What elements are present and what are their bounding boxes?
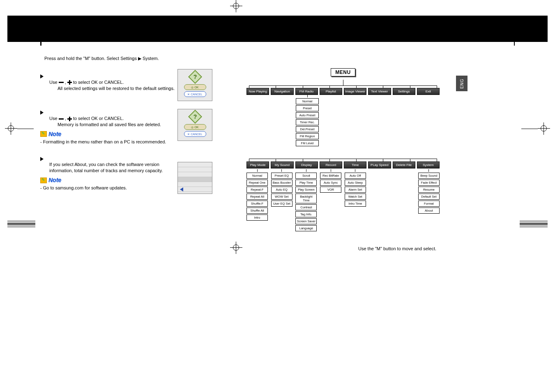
plus-icon bbox=[67, 117, 72, 121]
settings-item: Resume bbox=[418, 187, 440, 193]
settings-item: Shuffle-F bbox=[246, 201, 268, 207]
settings-item: About bbox=[418, 208, 440, 214]
question-icon: ? bbox=[188, 110, 202, 124]
settings-tab: Play Mode bbox=[246, 161, 269, 168]
settings-item: Language bbox=[295, 225, 317, 231]
settings-item: Repeat All bbox=[246, 194, 268, 200]
settings-item: VOR bbox=[320, 187, 341, 193]
minus-icon bbox=[59, 82, 64, 83]
settings-item: Repeat One bbox=[246, 180, 268, 186]
settings-column: Beep SoundFade EffectResumeDefault SetFo… bbox=[418, 169, 440, 231]
settings-column: Auto OffAuto SleepAlarm SetWatch SetIntr… bbox=[345, 169, 366, 231]
fm-item: Normal bbox=[296, 98, 319, 104]
settings-item: Auto Off bbox=[345, 173, 366, 179]
minus-icon bbox=[59, 118, 64, 120]
menu-tab: Navigation bbox=[271, 88, 293, 95]
settings-tab: Delete File bbox=[393, 161, 415, 168]
page-line-left bbox=[7, 224, 35, 224]
settings-item: Bass Booster bbox=[271, 180, 292, 186]
settings-item: Normal bbox=[246, 173, 268, 179]
fm-item: FM Level bbox=[296, 140, 319, 146]
menu-tab: Settings bbox=[393, 88, 415, 95]
registration-mark-right bbox=[538, 122, 550, 135]
registration-mark-left bbox=[5, 122, 17, 135]
settings-column: ScrollPlay TimePlay ScreenBacklight Time… bbox=[295, 169, 317, 231]
registration-mark-top bbox=[230, 0, 242, 12]
settings-item: Intro bbox=[246, 214, 268, 221]
settings-item: Play Time bbox=[295, 180, 317, 186]
settings-item: Auto Sync bbox=[320, 180, 341, 186]
lcd-defaultset: ? ◎ OK ✕ CANCEL bbox=[177, 69, 212, 101]
left-marker bbox=[40, 39, 41, 46]
right-marker bbox=[514, 39, 515, 46]
settings-item: Rec BitRate bbox=[320, 173, 341, 179]
settings-tab: System bbox=[417, 161, 440, 168]
plus-icon bbox=[67, 80, 72, 85]
menu-tab: FM Radio bbox=[295, 88, 318, 95]
settings-item: Tag Info. bbox=[295, 211, 317, 217]
settings-tab: PLay Speed bbox=[368, 161, 391, 168]
registration-mark-bottom bbox=[230, 242, 242, 254]
settings-item: Play Screen bbox=[295, 187, 317, 193]
menu-tab: Now Playing bbox=[246, 88, 269, 95]
fm-item: Timer Rec. bbox=[296, 119, 319, 125]
settings-column: Preset EQBass BoosterAuto EQWOW SetUser … bbox=[271, 169, 292, 231]
menu-tab: Image Viewer bbox=[344, 88, 366, 95]
triangle-icon bbox=[40, 157, 44, 161]
settings-item: Auto EQ bbox=[271, 187, 292, 193]
menu-header: MENU bbox=[331, 68, 355, 76]
registration-mark-right-line bbox=[521, 129, 538, 129]
settings-tab: Display bbox=[295, 161, 318, 168]
note-icon bbox=[40, 131, 47, 137]
settings-column: Rec BitRateAuto SyncVOR bbox=[320, 169, 341, 231]
format-line1-prefix: Use bbox=[49, 116, 59, 121]
fm-item: Auto Preset bbox=[296, 112, 319, 118]
note-icon bbox=[40, 178, 47, 183]
page-line-right bbox=[520, 224, 548, 224]
settings-tab: Record bbox=[320, 161, 342, 168]
settings-item: Backlight Time bbox=[295, 194, 317, 203]
menu-tab: Playlist bbox=[320, 88, 342, 95]
settings-item: Auto Sleep bbox=[345, 180, 366, 186]
lcd-about bbox=[177, 162, 212, 194]
settings-item: Beep Sound bbox=[418, 173, 440, 179]
footer-instruction: Use the "M" button to move and select. bbox=[246, 246, 440, 251]
settings-item: Default Set bbox=[418, 194, 440, 200]
menu-tab: Text Viewer bbox=[368, 88, 391, 95]
settings-tab: My Sound bbox=[271, 161, 293, 168]
triangle-icon bbox=[40, 111, 44, 115]
top-instruction: Press and hold the "M" button. Select Se… bbox=[44, 55, 221, 62]
settings-item: WOW Set bbox=[271, 194, 292, 200]
menu-top-row: Now PlayingNavigationFM RadioPlaylistIma… bbox=[246, 88, 440, 95]
note-label: Note bbox=[48, 130, 61, 138]
lcd-format: ? ◎ OK ✕ CANCEL bbox=[177, 109, 212, 141]
menu-stem bbox=[343, 80, 343, 85]
settings-item: Format bbox=[418, 201, 440, 207]
fm-item: FM Region bbox=[296, 133, 319, 139]
settings-item: Preset EQ bbox=[271, 173, 292, 179]
settings-item: Repeat-F bbox=[246, 187, 268, 193]
settings-item: Shuffle All bbox=[246, 208, 268, 214]
settings-tab: Time bbox=[344, 161, 366, 168]
default-set-line1-prefix: Use bbox=[49, 80, 59, 85]
settings-item: Watch Set bbox=[345, 194, 366, 200]
registration-mark-left-line bbox=[17, 129, 34, 129]
settings-item: Scroll bbox=[295, 173, 317, 179]
lcd-cancel-pill: ✕ CANCEL bbox=[184, 91, 206, 97]
settings-item: User EQ Set bbox=[271, 201, 292, 207]
fm-item: Del.Preset bbox=[296, 126, 319, 132]
fm-item: Preset bbox=[296, 105, 319, 111]
settings-item: Alarm Set bbox=[345, 187, 366, 193]
note-label: Note bbox=[48, 176, 61, 184]
lcd-ok-pill: ◎ OK bbox=[184, 84, 206, 90]
lcd-ok-pill: ◎ OK bbox=[184, 124, 206, 130]
settings-column: NormalRepeat OneRepeat-FRepeat AllShuffl… bbox=[246, 169, 268, 231]
settings-row: Play ModeMy SoundDisplayRecordTimePLay S… bbox=[246, 161, 440, 168]
header-black-band bbox=[7, 16, 548, 42]
settings-item: Fade Effect bbox=[418, 180, 440, 186]
fm-radio-column: NormalPresetAuto PresetTimer Rec.Del.Pre… bbox=[296, 95, 319, 146]
settings-item: Screen Saver bbox=[295, 218, 317, 224]
default-set-line1-suffix: to select OK or CANCEL. bbox=[73, 80, 124, 85]
settings-item: Intro Time bbox=[345, 201, 366, 207]
settings-item: Contrast bbox=[295, 204, 317, 210]
